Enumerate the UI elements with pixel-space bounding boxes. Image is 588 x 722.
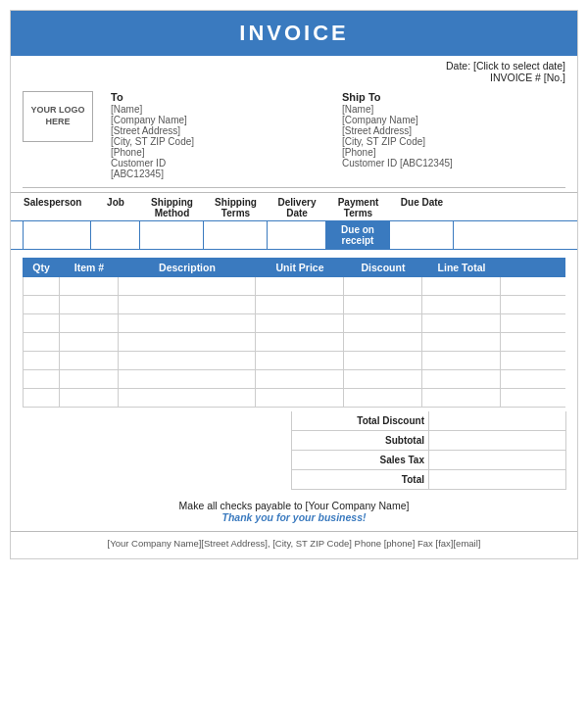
ship-street: [Street Address]: [342, 125, 565, 136]
header-unit-price: Unit Price: [256, 258, 344, 277]
shipping-header: Salesperson Job Shipping Method Shipping…: [11, 192, 577, 220]
to-customer-id-label: Customer ID: [111, 158, 334, 168]
invoice-title: INVOICE: [11, 11, 577, 56]
ship-name: [Name]: [342, 104, 565, 115]
table-row: [23, 370, 565, 389]
ship-section: Ship To [Name] [Company Name] [Street Ad…: [342, 91, 565, 179]
total-row: Total: [291, 470, 565, 490]
table-row: [23, 352, 565, 370]
total-label: Total: [292, 470, 429, 490]
to-name: [Name]: [111, 104, 334, 115]
items-table: Qty Item # Description Unit Price Discou…: [23, 258, 565, 408]
table-row: [23, 314, 565, 333]
shipping-data-row: Due on receipt: [11, 220, 577, 250]
top-section: YOUR LOGO HERE To [Name] [Company Name] …: [11, 85, 577, 183]
data-job: [91, 221, 140, 249]
col-job: Job: [91, 195, 140, 220]
logo-box: YOUR LOGO HERE: [23, 91, 93, 142]
col-payment-terms: Payment Terms: [326, 195, 390, 220]
ship-phone: [Phone]: [342, 147, 565, 158]
to-section: To [Name] [Company Name] [Street Address…: [101, 91, 334, 179]
footer-bottom: [Your Company Name][Street Address], [Ci…: [11, 531, 577, 558]
total-discount-row: Total Discount: [291, 411, 565, 431]
table-row: [23, 333, 565, 352]
ship-label: Ship To: [342, 91, 565, 103]
to-customer-id: [ABC12345]: [111, 168, 334, 179]
ship-company: [Company Name]: [342, 115, 565, 125]
ship-customer-id: Customer ID [ABC12345]: [342, 158, 565, 168]
data-payment-terms: Due on receipt: [326, 221, 390, 249]
date-label: Date: [Click to select date]: [446, 60, 565, 72]
divider-1: [23, 187, 565, 188]
invoice-number-label: INVOICE # [No.]: [490, 72, 565, 83]
col-shipping-method: Shipping Method: [140, 195, 204, 220]
date-row: Date: [Click to select date] INVOICE # […: [11, 56, 577, 85]
to-phone: [Phone]: [111, 147, 334, 158]
sales-tax-value: [429, 451, 566, 470]
data-shipping-terms: [204, 221, 268, 249]
col-shipping-terms: Shipping Terms: [204, 195, 268, 220]
sales-tax-label: Sales Tax: [292, 451, 429, 470]
col-delivery-date: Delivery Date: [268, 195, 326, 220]
totals-section: Total Discount Subtotal Sales Tax Total: [23, 411, 565, 490]
col-due-date: Due Date: [390, 195, 454, 220]
thankyou-text: Thank you for your business!: [23, 511, 565, 523]
header-description: Description: [119, 258, 256, 277]
subtotal-row: Subtotal: [291, 431, 565, 451]
data-due-date: [390, 221, 454, 249]
data-shipping-method: [140, 221, 204, 249]
table-row: [23, 277, 565, 296]
ship-city: [City, ST ZIP Code]: [342, 136, 565, 147]
subtotal-label: Subtotal: [292, 431, 429, 451]
total-discount-label: Total Discount: [292, 411, 429, 431]
to-city: [City, ST ZIP Code]: [111, 136, 334, 147]
table-row: [23, 296, 565, 314]
totals-right: Total Discount Subtotal Sales Tax Total: [291, 411, 565, 490]
col-salesperson: Salesperson: [23, 195, 91, 220]
total-discount-value: [429, 411, 566, 431]
total-value: [429, 470, 566, 490]
header-qty: Qty: [23, 258, 60, 277]
header-discount: Discount: [344, 258, 422, 277]
header-item: Item #: [60, 258, 119, 277]
to-label: To: [111, 91, 334, 103]
sales-tax-row: Sales Tax: [291, 451, 565, 470]
header-line-total: Line Total: [422, 258, 501, 277]
subtotal-value: [429, 431, 566, 451]
to-street: [Street Address]: [111, 125, 334, 136]
data-delivery-date: [268, 221, 326, 249]
data-salesperson: [23, 221, 91, 249]
checks-note: Make all checks payable to [Your Company…: [23, 500, 565, 511]
footer-note: Make all checks payable to [Your Company…: [23, 500, 565, 523]
table-row: [23, 389, 565, 408]
items-header: Qty Item # Description Unit Price Discou…: [23, 258, 565, 277]
to-company: [Company Name]: [111, 115, 334, 125]
